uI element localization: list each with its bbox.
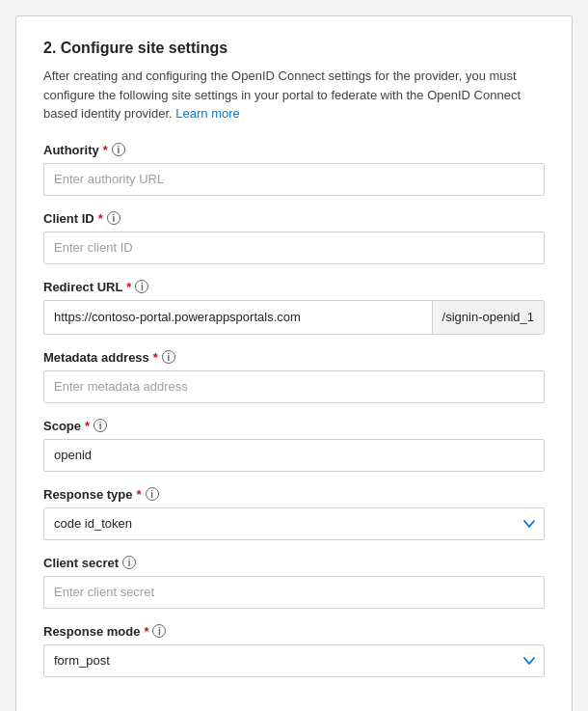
response-type-field-group: Response type * i code id_token code id_… — [43, 487, 545, 540]
response-type-info-icon[interactable]: i — [146, 487, 159, 501]
redirect-url-info-icon[interactable]: i — [135, 280, 148, 293]
response-mode-select[interactable]: form_post query fragment — [43, 644, 545, 677]
scope-input[interactable] — [43, 439, 545, 472]
scope-label: Scope * i — [43, 419, 545, 433]
redirect-url-required-star: * — [126, 280, 131, 294]
redirect-url-input[interactable] — [44, 301, 432, 334]
client-secret-label: Client secret i — [43, 556, 545, 570]
metadata-address-input[interactable] — [43, 370, 545, 403]
configure-site-settings-card: 2. Configure site settings After creatin… — [15, 15, 573, 711]
section-description: After creating and configuring the OpenI… — [43, 67, 545, 123]
response-type-required-star: * — [136, 487, 141, 502]
client-secret-info-icon[interactable]: i — [122, 556, 136, 569]
response-type-select[interactable]: code id_token code id_token token — [43, 507, 545, 540]
client-id-info-icon[interactable]: i — [107, 211, 120, 225]
response-mode-field-group: Response mode * i form_post query fragme… — [43, 624, 545, 677]
scope-required-star: * — [85, 419, 90, 433]
metadata-address-label: Metadata address * i — [43, 350, 545, 365]
scope-field-group: Scope * i — [43, 419, 545, 472]
client-secret-field-group: Client secret i — [43, 556, 545, 609]
client-id-input[interactable] — [43, 232, 545, 264]
authority-input[interactable] — [43, 163, 545, 196]
client-id-field-group: Client ID * i — [43, 211, 545, 264]
learn-more-link[interactable]: Learn more — [175, 106, 239, 121]
metadata-address-info-icon[interactable]: i — [162, 350, 175, 364]
authority-field-group: Authority * i — [43, 143, 545, 196]
section-title: 2. Configure site settings — [43, 40, 545, 57]
authority-info-icon[interactable]: i — [112, 143, 125, 156]
redirect-url-wrapper: /signin-openid_1 — [43, 300, 545, 335]
client-secret-input[interactable] — [43, 576, 545, 609]
metadata-address-field-group: Metadata address * i — [43, 350, 545, 403]
response-mode-select-wrapper: form_post query fragment — [43, 644, 545, 677]
metadata-address-required-star: * — [153, 350, 158, 365]
redirect-url-field-group: Redirect URL * i /signin-openid_1 — [43, 280, 545, 335]
response-type-label: Response type * i — [43, 487, 545, 502]
redirect-url-suffix: /signin-openid_1 — [432, 301, 544, 334]
redirect-url-label: Redirect URL * i — [43, 280, 545, 294]
response-type-select-wrapper: code id_token code id_token token — [43, 507, 545, 540]
response-mode-required-star: * — [144, 624, 148, 639]
client-id-required-star: * — [98, 211, 103, 226]
response-mode-info-icon[interactable]: i — [152, 624, 166, 638]
description-text: After creating and configuring the OpenI… — [43, 68, 521, 121]
authority-required-star: * — [103, 143, 108, 157]
response-mode-label: Response mode * i — [43, 624, 545, 639]
authority-label: Authority * i — [43, 143, 545, 157]
scope-info-icon[interactable]: i — [94, 419, 107, 432]
client-id-label: Client ID * i — [43, 211, 545, 226]
